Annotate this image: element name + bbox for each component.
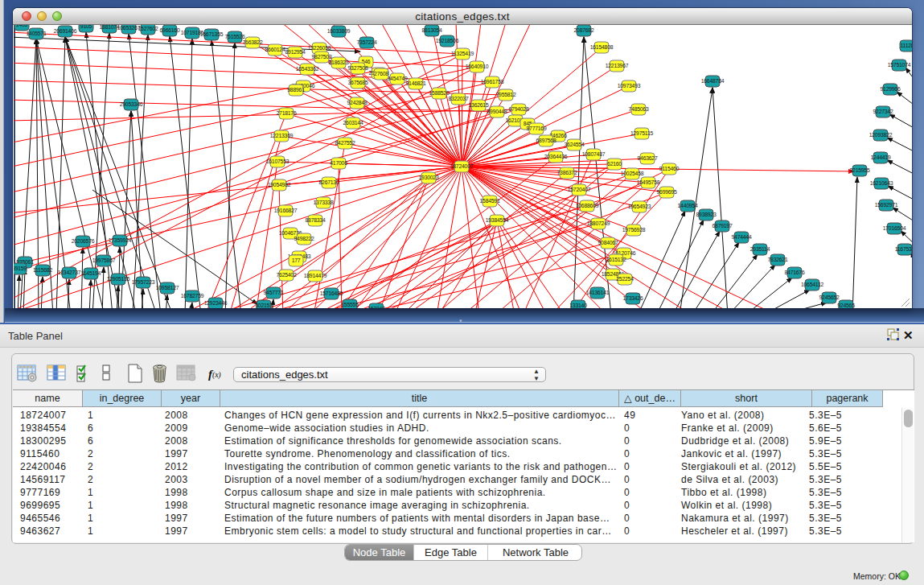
svg-text:12905135: 12905135 xyxy=(107,276,130,282)
svg-text:12093822: 12093822 xyxy=(869,132,893,138)
svg-text:302153: 302153 xyxy=(255,303,273,308)
svg-text:924565: 924565 xyxy=(837,303,855,308)
svg-text:19975867: 19975867 xyxy=(92,257,116,263)
svg-text:10688609: 10688609 xyxy=(576,203,599,208)
svg-text:6794028: 6794028 xyxy=(508,106,528,112)
svg-text:7832621: 7832621 xyxy=(767,257,787,262)
svg-text:1167533: 1167533 xyxy=(895,246,912,252)
svg-text:10973493: 10973493 xyxy=(618,83,641,89)
svg-text:13226058: 13226058 xyxy=(308,45,331,51)
svg-text:10958127: 10958127 xyxy=(156,285,179,290)
svg-text:8186323: 8186323 xyxy=(328,60,348,65)
svg-text:6897568: 6897568 xyxy=(536,138,556,143)
svg-text:8912954: 8912954 xyxy=(285,49,305,55)
svg-text:12342737: 12342737 xyxy=(58,270,81,275)
svg-text:9498222: 9498222 xyxy=(294,236,314,241)
svg-text:15720407: 15720407 xyxy=(568,187,591,192)
svg-text:1115682: 1115682 xyxy=(33,267,52,273)
svg-text:20691406: 20691406 xyxy=(54,28,77,34)
svg-text:9777169: 9777169 xyxy=(526,126,546,131)
svg-text:10654112: 10654112 xyxy=(801,282,824,287)
svg-text:133140: 133140 xyxy=(569,303,587,308)
svg-text:7663822: 7663822 xyxy=(242,39,262,45)
svg-text:7386372: 7386372 xyxy=(556,170,577,175)
svg-text:11325419: 11325419 xyxy=(451,51,474,56)
svg-text:15495758: 15495758 xyxy=(637,179,660,185)
svg-text:417006: 417006 xyxy=(330,160,347,166)
svg-text:1244419: 1244419 xyxy=(870,154,890,160)
svg-text:3675685: 3675685 xyxy=(347,80,368,85)
svg-text:7357224: 7357224 xyxy=(356,39,376,45)
svg-text:7955812: 7955812 xyxy=(495,92,515,97)
svg-text:10653267: 10653267 xyxy=(117,25,141,31)
svg-text:16782759: 16782759 xyxy=(181,293,204,299)
svg-text:6879197: 6879197 xyxy=(712,223,732,229)
svg-text:12213369: 12213369 xyxy=(270,133,294,138)
svg-text:1362615: 1362615 xyxy=(468,102,488,108)
svg-text:9463627: 9463627 xyxy=(637,155,657,161)
svg-text:9245652: 9245652 xyxy=(819,295,839,300)
svg-text:7625402: 7625402 xyxy=(276,272,296,278)
svg-text:2718176: 2718176 xyxy=(276,110,296,116)
svg-text:15751074: 15751074 xyxy=(888,62,911,68)
svg-text:7485063: 7485063 xyxy=(628,106,648,112)
svg-text:988961: 988961 xyxy=(287,87,305,93)
svg-text:16154808: 16154808 xyxy=(590,44,614,50)
svg-text:19218506: 19218506 xyxy=(436,38,459,43)
svg-text:3624554: 3624554 xyxy=(564,142,584,147)
svg-text:17957223: 17957223 xyxy=(132,279,155,285)
svg-text:162349: 162349 xyxy=(368,306,385,308)
svg-text:8267130: 8267130 xyxy=(318,179,339,185)
svg-text:15692971: 15692971 xyxy=(875,202,898,208)
svg-text:19166827: 19166827 xyxy=(274,208,298,213)
svg-text:18724007: 18724007 xyxy=(450,163,474,169)
svg-text:1440954: 1440954 xyxy=(677,203,697,208)
svg-text:8427552: 8427552 xyxy=(335,140,355,146)
svg-text:12213967: 12213967 xyxy=(606,63,629,68)
svg-text:8813054: 8813054 xyxy=(421,27,441,33)
svg-text:9457771: 9457771 xyxy=(263,290,283,295)
svg-text:16107553: 16107553 xyxy=(266,159,290,164)
svg-text:8878334: 8878334 xyxy=(305,217,325,223)
svg-text:1584591: 1584591 xyxy=(479,198,499,204)
svg-text:14136141: 14136141 xyxy=(586,290,610,295)
svg-text:19756928: 19756928 xyxy=(622,227,646,233)
svg-text:1930023: 1930023 xyxy=(418,175,438,180)
svg-text:17359924: 17359924 xyxy=(109,237,132,243)
svg-text:1527602: 1527602 xyxy=(138,26,158,31)
svg-text:8322037: 8322037 xyxy=(448,96,468,101)
svg-text:15716485: 15716485 xyxy=(320,290,343,296)
svg-text:16961758: 16961758 xyxy=(481,79,504,84)
svg-text:17016504: 17016504 xyxy=(883,225,906,231)
svg-text:19654923: 19654923 xyxy=(628,204,651,209)
svg-text:1405571: 1405571 xyxy=(26,31,46,36)
svg-text:2935114: 2935114 xyxy=(750,246,770,252)
svg-text:(x): (x) xyxy=(212,370,221,380)
svg-text:16671355: 16671355 xyxy=(200,31,224,37)
svg-text:18914479: 18914479 xyxy=(304,273,327,278)
svg-text:8660124: 8660124 xyxy=(265,47,285,52)
svg-text:10025458: 10025458 xyxy=(621,171,644,176)
svg-text:16648784: 16648784 xyxy=(701,78,725,84)
svg-text:12975115: 12975115 xyxy=(630,130,654,136)
svg-text:62160: 62160 xyxy=(607,161,622,167)
svg-text:252254: 252254 xyxy=(616,276,634,282)
svg-text:2603144: 2603144 xyxy=(343,120,363,126)
svg-text:19054982: 19054982 xyxy=(268,182,291,187)
svg-text:20364436: 20364436 xyxy=(544,154,568,159)
svg-text:1733426: 1733426 xyxy=(622,295,643,301)
svg-text:155555: 155555 xyxy=(341,302,359,307)
svg-text:16640910: 16640910 xyxy=(466,64,489,69)
svg-text:20206576: 20206576 xyxy=(72,238,95,244)
svg-text:1615132: 1615132 xyxy=(606,257,626,262)
svg-text:18807249: 18807249 xyxy=(587,220,610,226)
svg-text:9327508: 9327508 xyxy=(347,65,368,71)
svg-text:8938923: 8938923 xyxy=(696,212,716,217)
svg-text:1588520: 1588520 xyxy=(429,90,449,96)
svg-text:11128: 11128 xyxy=(901,43,912,48)
svg-text:6966160: 6966160 xyxy=(159,27,179,33)
svg-text:1405: 1405 xyxy=(16,25,28,27)
svg-text:27608: 27608 xyxy=(374,71,388,76)
svg-text:9105: 9105 xyxy=(80,25,92,29)
svg-text:9129966: 9129966 xyxy=(880,86,900,92)
